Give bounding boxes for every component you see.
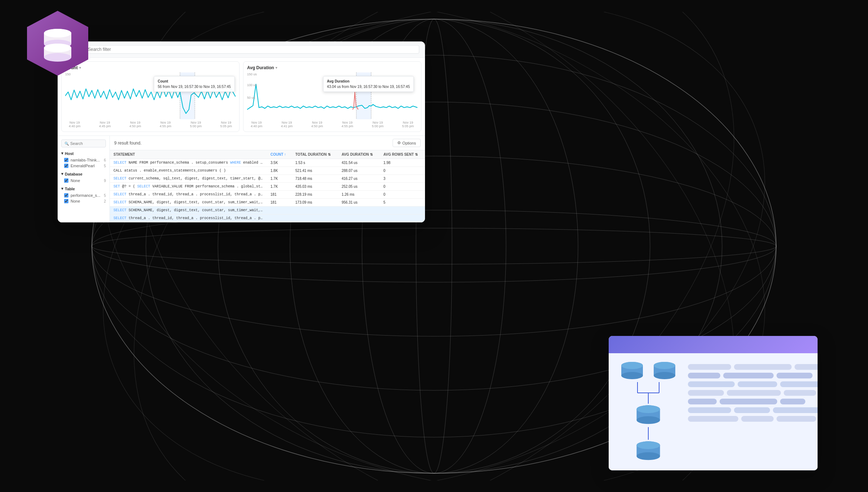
charts-row: Count ▾ 150 Count 56 from Nov 19, 16:57:… xyxy=(58,58,425,136)
svg-point-19 xyxy=(44,29,71,37)
host-name-0: namlabs-Think... xyxy=(71,158,100,162)
svg-point-50 xyxy=(637,452,660,460)
placeholder-bar xyxy=(773,407,818,413)
col-statement[interactable]: STATEMENT xyxy=(110,150,267,159)
placeholder-row xyxy=(688,381,818,387)
placeholder-bar xyxy=(688,416,738,422)
main-panel: ▾ 🔍 Count ▾ 150 Count 56 from Nov 19, 16… xyxy=(58,41,425,222)
table-count-1: 2 xyxy=(104,199,106,203)
hex-icon xyxy=(22,7,94,79)
top-bar: ▾ 🔍 xyxy=(58,41,425,58)
table-row[interactable]: SET @? = ( SELECT VARIABLE_VALUE FROM pe… xyxy=(110,183,425,191)
count-tooltip: Count 56 from Nov 19, 16:57:30 to Nov 19… xyxy=(154,76,235,92)
placeholder-row xyxy=(688,399,818,404)
filter-search-icon: 🔍 xyxy=(64,142,69,146)
app-logo xyxy=(22,7,101,87)
avg-duration-chevron: ▾ xyxy=(276,66,277,70)
placeholder-bar xyxy=(777,373,813,378)
table-checkbox-1[interactable] xyxy=(64,199,68,203)
col-total-duration[interactable]: TOTAL DURATION ⇅ xyxy=(292,150,338,159)
table-filter-item-1: None 2 xyxy=(61,198,106,204)
placeholder-bar xyxy=(795,364,818,370)
duration-tooltip: Avg Duration 43.04 us from Nov 19, 16:57… xyxy=(323,76,414,92)
db-icon-1 xyxy=(619,360,645,382)
svg-point-32 xyxy=(621,372,643,379)
placeholder-row xyxy=(688,390,818,396)
table-count-0: 5 xyxy=(104,194,106,198)
table-body: SELECT NAME FROM performance_schema . se… xyxy=(110,159,425,222)
data-table: STATEMENT COUNT ↑ TOTAL DURATION ⇅ AVG D… xyxy=(110,150,425,222)
second-panel-header xyxy=(609,336,818,353)
host-checkbox-1[interactable] xyxy=(64,164,68,168)
row-count: 3.5K xyxy=(267,159,292,167)
second-panel-body xyxy=(609,353,818,470)
table-filter-title[interactable]: ▾ Table xyxy=(61,186,106,191)
col-avg-duration[interactable]: AVG DURATION ⇅ xyxy=(338,150,380,159)
placeholder-bar xyxy=(688,407,731,413)
db-connector-bottom xyxy=(646,427,650,440)
placeholder-bar xyxy=(720,399,777,404)
table-header-bar: 9 result found. ⚙ Options xyxy=(110,136,425,150)
table-row[interactable]: SELECT SCHEMA_NAME, digest, digest_text,… xyxy=(110,199,425,207)
database-count-0: 9 xyxy=(104,179,106,183)
col-count[interactable]: COUNT ↑ xyxy=(267,150,292,159)
host-count-0: 6 xyxy=(104,158,106,162)
count-x-labels: Nov 194:40 pm Nov 194:45 pm Nov 194:50 p… xyxy=(65,121,236,128)
database-name-0: None xyxy=(71,178,80,183)
svg-point-45 xyxy=(637,416,660,424)
table-row[interactable]: CALL atatus . enable_events_statements_c… xyxy=(110,167,425,175)
avg-x-labels: Nov 194:40 pm Nov 194:41 pm Nov 194:50 p… xyxy=(247,121,417,128)
options-button[interactable]: ⚙ Options xyxy=(393,139,421,147)
table-name-1: None xyxy=(71,199,80,203)
col-avg-rows-sent[interactable]: AVG ROWS SENT ⇅ xyxy=(380,150,425,159)
table-filter-item-0: performance_s... 5 xyxy=(61,192,106,198)
table-row[interactable]: SELECT thread_a . thread_id, thread_a . … xyxy=(110,191,425,199)
avg-y-low: 50 us xyxy=(247,96,255,99)
avg-y-max: 150 us xyxy=(247,72,257,76)
table-collapse-icon: ▾ xyxy=(61,186,63,191)
filter-search: 🔍 xyxy=(61,139,106,147)
database-filter-title[interactable]: ▾ Database xyxy=(61,172,106,176)
host-count-1: 5 xyxy=(104,164,106,168)
avg-y-mid: 100 us xyxy=(247,83,257,87)
host-filter-item-1: EmeraldPearl 5 xyxy=(61,163,106,169)
filter-search-input[interactable] xyxy=(70,141,103,146)
table-row[interactable]: SELECT thread_a . thread_id, thread_a . … xyxy=(110,214,425,222)
table-filter-group: ▾ Table performance_s... 5 None 2 xyxy=(61,186,106,204)
search-filter-input[interactable] xyxy=(88,47,415,52)
avg-duration-chart: Avg Duration ▾ 150 us 100 us 50 us Avg D… xyxy=(243,61,421,132)
host-checkbox-0[interactable] xyxy=(64,158,68,162)
row-total-dur: 1.53 s xyxy=(292,159,338,167)
placeholder-bar xyxy=(784,390,816,396)
db-icon-2 xyxy=(652,360,677,382)
svg-point-51 xyxy=(637,441,660,449)
svg-point-46 xyxy=(637,405,660,413)
placeholder-bar xyxy=(723,373,774,378)
db-connectors xyxy=(619,382,677,404)
placeholder-bar xyxy=(780,399,805,404)
svg-point-37 xyxy=(654,362,675,369)
table-header-row: STATEMENT COUNT ↑ TOTAL DURATION ⇅ AVG D… xyxy=(110,150,425,159)
placeholder-bar xyxy=(734,407,770,413)
placeholder-bar xyxy=(780,381,818,387)
options-label: Options xyxy=(402,141,416,145)
gear-icon: ⚙ xyxy=(397,141,401,145)
table-row[interactable]: SELECT SCHEMA_NAME, digest, digest_text,… xyxy=(110,207,425,214)
host-filter-title[interactable]: ▾ Host xyxy=(61,151,106,156)
database-checkbox-0[interactable] xyxy=(64,178,68,183)
placeholder-bar xyxy=(688,373,720,378)
db-icon-3 xyxy=(634,404,663,427)
database-filter-item-0: None 9 xyxy=(61,178,106,183)
row-avg-dur: 431.54 us xyxy=(338,159,380,167)
table-row[interactable]: SELECT NAME FROM performance_schema . se… xyxy=(110,159,425,167)
placeholder-row xyxy=(688,364,818,370)
placeholder-bar xyxy=(734,364,792,370)
table-row[interactable]: SELECT current_schema, sql_text, digest,… xyxy=(110,175,425,183)
placeholder-row xyxy=(688,373,818,378)
placeholder-bar xyxy=(688,364,731,370)
results-count: 9 result found. xyxy=(114,141,142,146)
placeholder-bar xyxy=(741,416,774,422)
host-filter-item-0: namlabs-Think... 6 xyxy=(61,157,106,163)
table-checkbox-0[interactable] xyxy=(64,193,68,198)
placeholder-bar xyxy=(738,381,777,387)
